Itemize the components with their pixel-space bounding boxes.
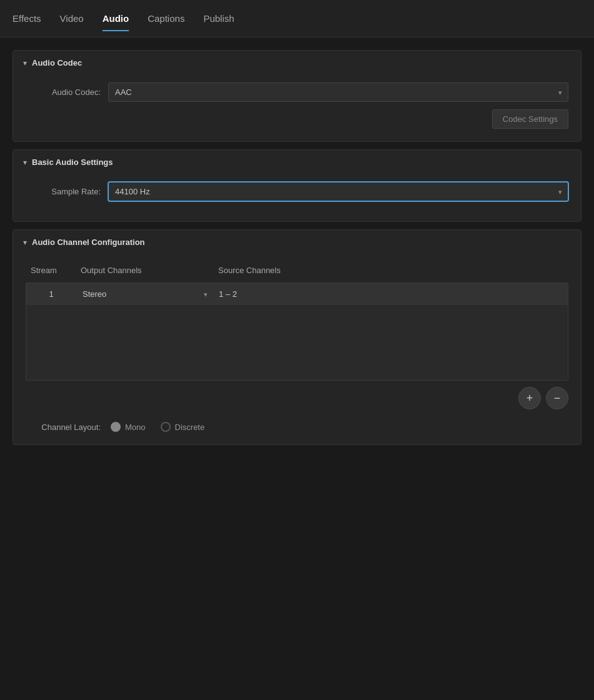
audio-codec-section: ▾ Audio Codec Audio Codec: AAC MP3 PCM A… xyxy=(13,50,581,142)
basic-audio-section: ▾ Basic Audio Settings Sample Rate: 8000… xyxy=(13,149,581,222)
audio-codec-select-wrapper: AAC MP3 PCM AC3 ▾ xyxy=(108,82,568,102)
action-buttons: + − xyxy=(26,387,568,409)
channel-config-section-body: Stream Output Channels Source Channels 1… xyxy=(13,254,581,444)
channel-table-body: 1 Mono Stereo 5.1 7.1 ▾ 1 – 2 xyxy=(26,282,568,381)
tab-effects[interactable]: Effects xyxy=(13,11,41,26)
source-cell: 1 – 2 xyxy=(214,283,568,305)
audio-codec-select[interactable]: AAC MP3 PCM AC3 xyxy=(108,82,568,102)
channel-table-header: Stream Output Channels Source Channels xyxy=(26,262,568,282)
layout-mono-option[interactable]: Mono xyxy=(111,422,146,432)
table-empty-area xyxy=(26,305,568,380)
audio-codec-section-header[interactable]: ▾ Audio Codec xyxy=(13,51,581,75)
tab-video[interactable]: Video xyxy=(60,11,84,26)
output-cell: Mono Stereo 5.1 7.1 ▾ xyxy=(76,283,214,305)
layout-mono-label: Mono xyxy=(125,422,146,432)
channel-config-chevron-icon: ▾ xyxy=(23,238,27,247)
sample-rate-label: Sample Rate: xyxy=(26,187,101,196)
basic-audio-section-title: Basic Audio Settings xyxy=(32,158,113,167)
layout-discrete-radio[interactable] xyxy=(161,422,171,432)
sample-rate-select[interactable]: 8000 Hz 11025 Hz 16000 Hz 22050 Hz 32000… xyxy=(108,182,568,201)
layout-discrete-option[interactable]: Discrete xyxy=(161,422,205,432)
channel-config-section-title: Audio Channel Configuration xyxy=(32,238,145,247)
sample-rate-select-wrapper: 8000 Hz 11025 Hz 16000 Hz 22050 Hz 32000… xyxy=(108,182,568,201)
tab-audio[interactable]: Audio xyxy=(103,11,129,26)
main-content: ▾ Audio Codec Audio Codec: AAC MP3 PCM A… xyxy=(0,38,594,458)
codec-settings-btn-row: Codec Settings xyxy=(26,109,568,129)
channel-layout-label: Channel Layout: xyxy=(26,422,101,432)
tab-bar: Effects Video Audio Captions Publish xyxy=(0,0,594,38)
col-header-stream: Stream xyxy=(26,262,76,279)
remove-stream-button[interactable]: − xyxy=(546,387,568,409)
basic-audio-section-body: Sample Rate: 8000 Hz 11025 Hz 16000 Hz 2… xyxy=(13,174,581,221)
layout-mono-radio[interactable] xyxy=(111,422,121,432)
col-header-output: Output Channels xyxy=(76,262,213,279)
channel-config-section-header[interactable]: ▾ Audio Channel Configuration xyxy=(13,230,581,254)
tab-publish[interactable]: Publish xyxy=(203,11,234,26)
channel-layout-row: Channel Layout: Mono Discrete xyxy=(26,419,568,432)
codec-settings-button[interactable]: Codec Settings xyxy=(492,109,568,129)
audio-codec-label: Audio Codec: xyxy=(26,88,101,97)
output-channels-select[interactable]: Mono Stereo 5.1 7.1 xyxy=(76,283,214,305)
channel-config-section: ▾ Audio Channel Configuration Stream Out… xyxy=(13,229,581,445)
basic-audio-section-header[interactable]: ▾ Basic Audio Settings xyxy=(13,150,581,174)
tab-captions[interactable]: Captions xyxy=(148,11,184,26)
audio-codec-chevron-icon: ▾ xyxy=(23,59,27,68)
sample-rate-row: Sample Rate: 8000 Hz 11025 Hz 16000 Hz 2… xyxy=(26,182,568,201)
layout-discrete-label: Discrete xyxy=(175,422,205,432)
basic-audio-chevron-icon: ▾ xyxy=(23,158,27,167)
add-stream-button[interactable]: + xyxy=(518,387,541,409)
table-row: 1 Mono Stereo 5.1 7.1 ▾ 1 – 2 xyxy=(26,283,568,305)
channel-layout-radio-group: Mono Discrete xyxy=(111,422,204,432)
audio-codec-section-body: Audio Codec: AAC MP3 PCM AC3 ▾ Codec Set… xyxy=(13,75,581,141)
col-header-source: Source Channels xyxy=(213,262,568,279)
audio-codec-section-title: Audio Codec xyxy=(32,58,82,68)
audio-codec-row: Audio Codec: AAC MP3 PCM AC3 ▾ xyxy=(26,82,568,102)
stream-cell: 1 xyxy=(26,283,76,305)
